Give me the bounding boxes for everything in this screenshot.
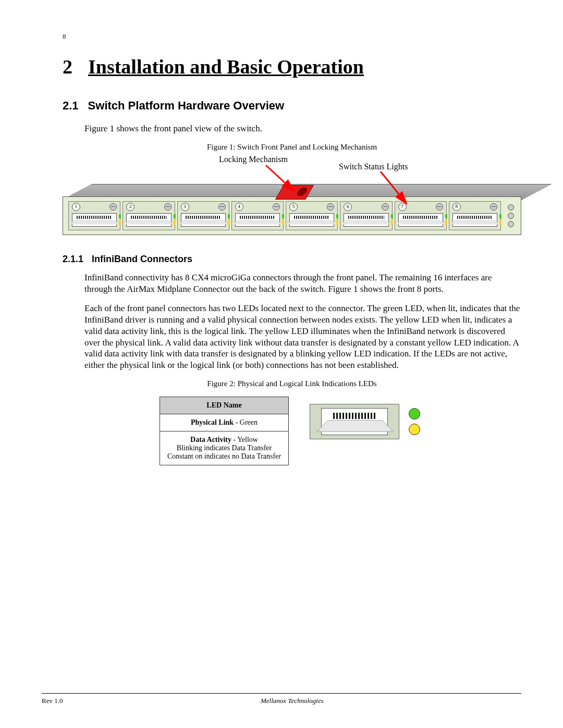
annotation-status-lights: Switch Status Lights bbox=[339, 162, 408, 171]
port-led-yellow bbox=[174, 220, 176, 225]
port-led-yellow bbox=[445, 220, 447, 225]
section-heading: 2.1Switch Platform Hardware Overview bbox=[63, 99, 521, 113]
led-row-physical: Physical Link - Green bbox=[160, 414, 289, 431]
figure1-caption: Figure 1: Switch Front Panel and Locking… bbox=[63, 143, 521, 152]
chapter-title: Installation and Basic Operation bbox=[88, 56, 364, 78]
figure2-caption: Figure 2: Physical and Logical Link Indi… bbox=[63, 379, 521, 388]
figure1: Locking Mechanism Switch Status Lights 1… bbox=[63, 154, 521, 241]
screw-icon bbox=[109, 203, 117, 211]
page-number: 8 bbox=[63, 32, 66, 41]
cx4-port: 3 bbox=[177, 201, 229, 230]
footer-company: Mellanox Technologies bbox=[261, 697, 323, 705]
port-led-green bbox=[119, 214, 121, 218]
intro-paragraph: Figure 1 shows the front panel view of t… bbox=[84, 123, 521, 134]
cx4-port: 4 bbox=[231, 201, 284, 230]
port-number-badge: 3 bbox=[181, 203, 189, 211]
port-number-badge: 5 bbox=[289, 203, 298, 211]
port-led-green bbox=[228, 214, 230, 218]
screw-icon bbox=[218, 203, 226, 211]
port-led-yellow bbox=[391, 220, 393, 225]
led-row-data-activity: Data Activity - Yellow Blinking indicate… bbox=[160, 431, 289, 465]
subsection-number: 2.1.1 bbox=[63, 254, 83, 265]
port-number-badge: 2 bbox=[126, 203, 134, 211]
cx4-connector-icon bbox=[235, 213, 280, 227]
paragraph-connectors-1: InfiniBand connectivity has 8 CX4 microG… bbox=[84, 272, 521, 295]
port-number-badge: 8 bbox=[452, 203, 461, 211]
cx4-connector-icon bbox=[344, 213, 388, 227]
port-led-green bbox=[499, 214, 501, 218]
switch-chassis: 12345678 bbox=[63, 196, 521, 235]
cx4-connector-icon bbox=[72, 213, 117, 227]
led-table: LED Name Physical Link - Green Data Acti… bbox=[160, 397, 289, 465]
subsection-title: InfiniBand Connectors bbox=[92, 254, 192, 264]
port-led-yellow bbox=[499, 220, 501, 225]
screw-icon bbox=[327, 203, 334, 211]
subsection-heading: 2.1.1InfiniBand Connectors bbox=[63, 254, 521, 265]
cx4-port: 7 bbox=[395, 201, 447, 230]
screw-icon bbox=[382, 203, 389, 211]
port-number-badge: 6 bbox=[344, 203, 352, 211]
screw-icon bbox=[273, 203, 280, 211]
screw-icon bbox=[436, 203, 443, 211]
status-lights-panel bbox=[503, 202, 519, 229]
port-led-green bbox=[282, 214, 284, 218]
cx4-port: 2 bbox=[123, 201, 175, 230]
figure2: LED Name Physical Link - Green Data Acti… bbox=[63, 397, 521, 465]
led-green-icon bbox=[409, 408, 420, 419]
screw-icon bbox=[490, 203, 497, 211]
cx4-port: 8 bbox=[449, 201, 501, 230]
port-number-badge: 4 bbox=[235, 203, 243, 211]
port-led-yellow bbox=[119, 220, 121, 225]
cx4-connector-icon bbox=[398, 213, 443, 227]
section-title: Switch Platform Hardware Overview bbox=[88, 99, 285, 112]
port-led-green bbox=[391, 214, 393, 218]
paragraph-connectors-2: Each of the front panel connectors has t… bbox=[84, 303, 521, 371]
section-number: 2.1 bbox=[63, 99, 79, 113]
port-number-badge: 1 bbox=[72, 203, 80, 211]
port-led-yellow bbox=[336, 220, 338, 225]
connector-diagram bbox=[310, 401, 424, 448]
footer-rev: Rev 1.0 bbox=[42, 697, 63, 705]
chapter-heading: 2Installation and Basic Operation bbox=[63, 55, 521, 78]
cx4-port: 6 bbox=[340, 201, 392, 230]
port-number-badge: 7 bbox=[398, 203, 407, 211]
annotation-locking-mechanism: Locking Mechanism bbox=[219, 155, 288, 164]
cx4-port: 1 bbox=[68, 201, 120, 230]
cx4-port: 5 bbox=[286, 201, 338, 230]
led-table-header: LED Name bbox=[160, 397, 289, 414]
cx4-connector-icon bbox=[289, 213, 334, 227]
cx4-connector-icon bbox=[452, 213, 497, 227]
cx4-connector-icon bbox=[181, 213, 226, 227]
port-led-green bbox=[336, 214, 338, 218]
port-led-yellow bbox=[228, 220, 230, 225]
port-led-yellow bbox=[282, 220, 284, 225]
led-yellow-icon bbox=[409, 424, 420, 435]
chapter-number: 2 bbox=[63, 55, 72, 78]
page-footer: Rev 1.0 Mellanox Technologies bbox=[42, 693, 521, 705]
port-led-green bbox=[174, 214, 176, 218]
cx4-connector-icon bbox=[126, 213, 171, 227]
port-led-green bbox=[445, 214, 447, 218]
screw-icon bbox=[164, 203, 172, 211]
